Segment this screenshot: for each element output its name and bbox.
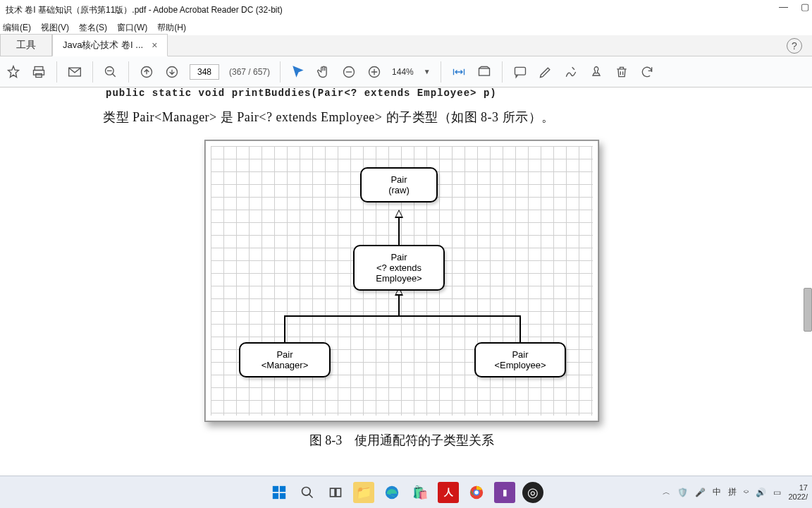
connector-line bbox=[519, 315, 521, 342]
body-sentence: 类型 Pair<Manager> 是 Pair<? extends Employ… bbox=[103, 109, 804, 126]
svg-rect-14 bbox=[280, 492, 285, 498]
select-arrow-icon[interactable] bbox=[290, 64, 306, 80]
windows-taskbar: 📁 🛍️ 人 ▮ ◎ ︿ 🛡️ 🎤 中 拼 ⌔ 🔊 ▭ 17 2022/ bbox=[0, 476, 812, 508]
taskbar-apps: 📁 🛍️ 人 ▮ ◎ bbox=[269, 482, 543, 503]
page-down-icon[interactable] bbox=[164, 64, 180, 80]
volume-icon[interactable]: 🔊 bbox=[756, 488, 766, 497]
uml-box-pair-manager: Pair <Manager> bbox=[239, 342, 331, 377]
ime-lang[interactable]: 中 bbox=[713, 486, 721, 498]
mail-icon[interactable] bbox=[67, 64, 82, 80]
zoom-dropdown-icon[interactable]: ▼ bbox=[424, 68, 431, 75]
svg-rect-11 bbox=[273, 485, 278, 491]
maximize-button[interactable]: ▢ bbox=[801, 1, 809, 12]
start-button[interactable] bbox=[269, 482, 290, 503]
tray-overflow-icon[interactable]: ︿ bbox=[663, 487, 670, 497]
svg-rect-12 bbox=[280, 485, 285, 491]
clock[interactable]: 17 2022/ bbox=[788, 483, 808, 501]
zoom-out-alt-icon[interactable] bbox=[103, 64, 118, 80]
read-mode-icon[interactable] bbox=[476, 64, 492, 80]
toolbar: (367 / 657) 144% ▼ bbox=[0, 56, 812, 87]
figure-caption: 图 8-3 使用通配符的子类型关系 bbox=[0, 432, 804, 449]
svg-point-15 bbox=[302, 487, 311, 495]
code-fragment: public static void printBuddies(Pair<? e… bbox=[106, 87, 804, 99]
edge-icon[interactable] bbox=[381, 482, 402, 503]
tab-close-button[interactable]: × bbox=[152, 40, 157, 51]
svg-rect-13 bbox=[273, 492, 278, 498]
highlight-pen-icon[interactable] bbox=[538, 64, 553, 80]
uml-box-pair-employee: Pair <Employee> bbox=[474, 342, 566, 377]
minimize-button[interactable]: — bbox=[779, 1, 788, 12]
document-viewport[interactable]: public static void printBuddies(Pair<? e… bbox=[0, 87, 804, 476]
star-icon[interactable] bbox=[6, 64, 21, 80]
chrome-icon[interactable] bbox=[466, 482, 487, 503]
shield-icon[interactable]: 🛡️ bbox=[677, 488, 688, 497]
wifi-icon[interactable]: ⌔ bbox=[744, 488, 749, 497]
scrollbar-thumb[interactable] bbox=[804, 288, 812, 332]
mic-icon[interactable]: 🎤 bbox=[695, 488, 706, 497]
sign-pen-icon[interactable] bbox=[563, 64, 579, 80]
menu-window[interactable]: 窗口(W) bbox=[117, 22, 147, 34]
menu-help[interactable]: 帮助(H) bbox=[157, 22, 186, 34]
svg-rect-9 bbox=[479, 68, 489, 75]
page-up-icon[interactable] bbox=[139, 64, 154, 80]
menu-bar: 编辑(E) 视图(V) 签名(S) 窗口(W) 帮助(H) bbox=[0, 20, 812, 35]
ime-mode[interactable]: 拼 bbox=[728, 486, 737, 498]
app-purple-icon[interactable]: ▮ bbox=[494, 482, 515, 503]
tab-tools[interactable]: 工具 bbox=[0, 34, 52, 56]
system-tray: ︿ 🛡️ 🎤 中 拼 ⌔ 🔊 ▭ 17 2022/ bbox=[663, 483, 808, 501]
svg-rect-17 bbox=[336, 488, 341, 497]
hand-pan-icon[interactable] bbox=[316, 64, 331, 80]
svg-rect-2 bbox=[36, 73, 42, 77]
tab-document-label: Java核心技术 卷I ... bbox=[63, 39, 143, 52]
window-controls: — ▢ bbox=[779, 1, 809, 12]
svg-rect-16 bbox=[331, 488, 336, 497]
rotate-icon[interactable] bbox=[639, 64, 655, 80]
connector-line bbox=[284, 315, 521, 317]
uml-box-pair-raw: Pair (raw) bbox=[360, 167, 438, 202]
zoom-out-icon[interactable] bbox=[341, 64, 357, 80]
zoom-in-icon[interactable] bbox=[367, 64, 382, 80]
page-count: (367 / 657) bbox=[229, 67, 270, 77]
window-title: 技术 卷I 基础知识（原书第11版）.pdf - Adobe Acrobat R… bbox=[6, 4, 283, 16]
fit-width-icon[interactable] bbox=[451, 64, 467, 80]
battery-icon[interactable]: ▭ bbox=[773, 488, 781, 497]
uml-box-pair-extends: Pair <? extends Employee> bbox=[353, 245, 445, 291]
connector-line bbox=[284, 315, 285, 342]
store-icon[interactable]: 🛍️ bbox=[410, 482, 431, 503]
svg-rect-0 bbox=[35, 66, 43, 70]
print-icon[interactable] bbox=[31, 64, 47, 80]
menu-sign[interactable]: 签名(S) bbox=[79, 22, 107, 34]
comment-icon[interactable] bbox=[512, 64, 528, 80]
stamp-icon[interactable] bbox=[589, 64, 604, 80]
window-title-bar: 技术 卷I 基础知识（原书第11版）.pdf - Adobe Acrobat R… bbox=[0, 0, 812, 20]
zoom-level: 144% bbox=[392, 67, 414, 77]
tab-bar: 工具 Java核心技术 卷I ... × ? bbox=[0, 35, 812, 56]
acrobat-icon[interactable]: 人 bbox=[438, 482, 459, 503]
arrow-head-icon bbox=[395, 210, 403, 218]
svg-rect-10 bbox=[515, 67, 525, 75]
file-explorer-icon[interactable]: 📁 bbox=[353, 482, 374, 503]
svg-point-21 bbox=[474, 490, 479, 495]
page-number-input[interactable] bbox=[190, 64, 219, 80]
task-view-icon[interactable] bbox=[325, 482, 346, 503]
delete-icon[interactable] bbox=[614, 64, 629, 80]
figure-diagram: Pair (raw) Pair <? extends Employee> Pai… bbox=[204, 140, 599, 422]
menu-edit[interactable]: 编辑(E) bbox=[3, 22, 31, 34]
search-icon[interactable] bbox=[297, 482, 318, 503]
obs-icon[interactable]: ◎ bbox=[522, 482, 543, 503]
tab-document[interactable]: Java核心技术 卷I ... × bbox=[52, 34, 168, 56]
menu-view[interactable]: 视图(V) bbox=[41, 22, 69, 34]
help-icon[interactable]: ? bbox=[787, 38, 802, 54]
